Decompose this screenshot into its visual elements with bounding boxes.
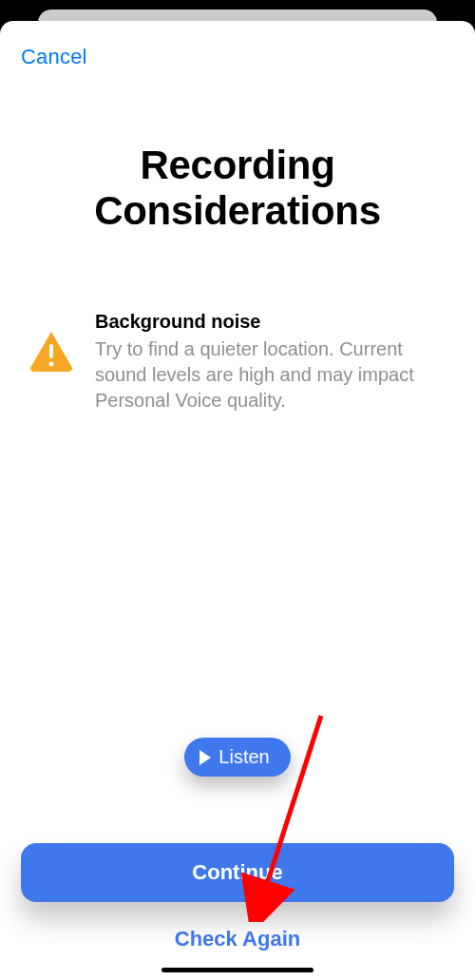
play-icon	[200, 750, 211, 765]
info-text-block: Background noise Try to find a quieter l…	[76, 311, 448, 413]
listen-button-label: Listen	[218, 746, 269, 768]
cancel-button[interactable]: Cancel	[21, 45, 87, 69]
info-body: Try to find a quieter location. Current …	[95, 336, 448, 413]
svg-point-1	[49, 361, 54, 366]
svg-rect-0	[49, 344, 53, 358]
warning-icon	[27, 330, 76, 372]
listen-button[interactable]: Listen	[184, 738, 290, 777]
modal-sheet: Cancel Recording Considerations Backgrou…	[0, 21, 475, 980]
check-again-button[interactable]: Check Again	[21, 927, 454, 951]
flex-spacer	[21, 413, 454, 738]
listen-row: Listen	[21, 738, 454, 777]
home-indicator	[162, 968, 314, 972]
nav-bar: Cancel	[21, 38, 454, 76]
info-title: Background noise	[95, 311, 448, 333]
info-row: Background noise Try to find a quieter l…	[21, 311, 454, 413]
continue-button[interactable]: Continue	[21, 843, 454, 902]
page-title: Recording Considerations	[21, 143, 454, 235]
